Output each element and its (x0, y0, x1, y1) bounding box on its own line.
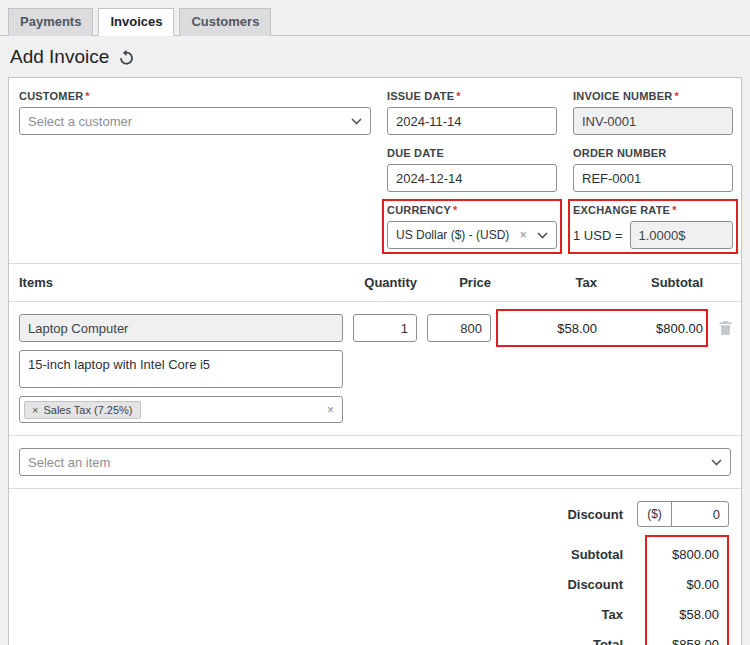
total-label: Total (567, 629, 623, 645)
discount-value-input[interactable]: 0 (672, 502, 728, 526)
title-row: Add Invoice (0, 36, 750, 77)
totals-values-highlight-box: $800.00 $0.00 $58.00 $858.00 (645, 535, 729, 645)
item-subtotal-value: $800.00 (607, 321, 703, 336)
due-date-input[interactable]: 2024-12-14 (387, 164, 557, 192)
chevron-down-icon (351, 118, 362, 125)
exchange-rate-field: 1.0000$ (630, 221, 734, 249)
required-marker: * (672, 204, 676, 216)
item-tax-value: $58.00 (501, 321, 597, 336)
tax-label: Tax (567, 599, 623, 629)
customer-placeholder: Select a customer (28, 114, 132, 129)
required-marker: * (453, 204, 457, 216)
currency-value: US Dollar ($) - (USD) (396, 228, 509, 242)
customer-field-group: CUSTOMER* Select a customer (19, 90, 371, 135)
required-marker: * (85, 90, 89, 102)
chip-remove-icon[interactable]: × (32, 404, 38, 416)
currency-label: CURRENCY (387, 204, 451, 216)
price-header-label: Price (427, 275, 491, 290)
clear-tags-icon[interactable]: × (327, 403, 334, 417)
issue-date-input[interactable]: 2024-11-14 (387, 107, 557, 135)
tab-customers[interactable]: Customers (179, 8, 271, 36)
issue-date-label: ISSUE DATE (387, 90, 454, 102)
quantity-header-label: Quantity (353, 275, 417, 290)
undo-icon (118, 49, 135, 66)
tax-value: $58.00 (655, 599, 719, 629)
discount-group: ($) 0 (637, 501, 729, 527)
discount-unit-select[interactable]: ($) (638, 502, 672, 526)
item-tax-tag-field[interactable]: × Sales Tax (7.25%) × (19, 396, 343, 423)
due-date-label: DUE DATE (387, 147, 557, 159)
invoice-number-field: INV-0001 (573, 107, 733, 135)
totals-table: Subtotal Discount Tax Total $800.00 $0.0… (567, 539, 729, 645)
currency-group: CURRENCY* US Dollar ($) - (USD) × (387, 204, 557, 249)
item-select[interactable]: Select an item (19, 448, 731, 476)
chevron-down-icon (537, 232, 548, 239)
invoice-number-label: INVOICE NUMBER (573, 90, 672, 102)
invoice-form: CUSTOMER* Select a customer ISSUE DATE* … (9, 78, 741, 263)
totals-labels: Subtotal Discount Tax Total (567, 539, 623, 645)
undo-button[interactable] (118, 49, 135, 66)
exchange-rate-prefix: 1 USD = (573, 228, 623, 243)
issue-date-group: ISSUE DATE* 2024-11-14 (387, 90, 557, 135)
subtotal-value: $800.00 (655, 539, 719, 569)
delete-item-button[interactable] (713, 320, 733, 336)
discount-input-label: Discount (567, 507, 623, 522)
add-item-row: Select an item (9, 435, 741, 489)
currency-select[interactable]: US Dollar ($) - (USD) × (387, 221, 557, 249)
order-number-label: ORDER NUMBER (573, 147, 733, 159)
order-number-group: ORDER NUMBER REF-0001 (573, 147, 733, 192)
tax-header-label: Tax (501, 275, 597, 290)
currency-clear-icon[interactable]: × (520, 228, 527, 242)
items-body: Laptop Computer 1 800 $58.00 $800.00 15-… (9, 302, 741, 435)
customer-select[interactable]: Select a customer (19, 107, 371, 135)
trash-icon (718, 320, 733, 336)
tab-payments[interactable]: Payments (8, 8, 93, 36)
order-number-input[interactable]: REF-0001 (573, 164, 733, 192)
total-value: $858.00 (655, 629, 719, 645)
exchange-rate-label: EXCHANGE RATE (573, 204, 670, 216)
tab-invoices[interactable]: Invoices (98, 8, 174, 36)
items-table-header: Items Quantity Price Tax Subtotal (9, 263, 741, 302)
subtotal-label: Subtotal (567, 539, 623, 569)
customer-label: CUSTOMER (19, 90, 83, 102)
required-marker: * (456, 90, 460, 102)
chevron-down-icon (711, 459, 722, 466)
exchange-rate-group: EXCHANGE RATE* 1 USD = 1.0000$ (573, 204, 733, 249)
item-name-field: Laptop Computer (19, 314, 343, 342)
discount-value: $0.00 (655, 569, 719, 599)
items-header-label: Items (19, 275, 343, 290)
item-select-placeholder: Select an item (28, 455, 110, 470)
due-date-group: DUE DATE 2024-12-14 (387, 147, 557, 192)
add-invoice-panel: CUSTOMER* Select a customer ISSUE DATE* … (8, 77, 742, 645)
item-quantity-input[interactable]: 1 (353, 314, 417, 342)
tax-tag-label: Sales Tax (7.25%) (43, 404, 132, 416)
required-marker: * (674, 90, 678, 102)
item-description-textarea[interactable]: 15-inch laptop with Intel Core i5 (19, 350, 343, 388)
subtotal-header-label: Subtotal (607, 275, 703, 290)
tab-bar: Payments Invoices Customers (0, 0, 750, 36)
totals-section: Discount ($) 0 Subtotal Discount Tax Tot… (9, 489, 741, 645)
discount-label: Discount (567, 569, 623, 599)
page-title: Add Invoice (10, 46, 109, 68)
item-row: Laptop Computer 1 800 $58.00 $800.00 (19, 314, 731, 342)
tax-tag-chip: × Sales Tax (7.25%) (24, 401, 141, 419)
invoice-number-group: INVOICE NUMBER* INV-0001 (573, 90, 733, 135)
discount-input-row: Discount ($) 0 (567, 501, 729, 527)
item-price-input[interactable]: 800 (427, 314, 491, 342)
item-tax-subtotal: $58.00 $800.00 (501, 314, 703, 342)
